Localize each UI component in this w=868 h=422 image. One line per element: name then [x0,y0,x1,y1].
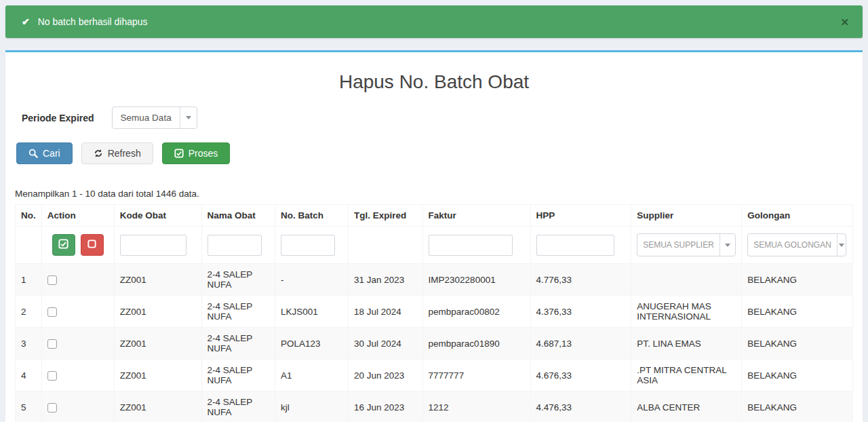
proses-button-label: Proses [189,148,218,159]
cell-hpp: 4.687,13 [530,328,631,360]
cell-tgl-expired: 18 Jul 2024 [348,296,422,328]
table-row: 3 ZZ001 2-4 SALEP NUFA POLA123 30 Jul 20… [16,328,853,360]
chevron-down-icon [837,234,846,256]
cell-no: 1 [16,264,42,296]
cell-nama-obat: 2-4 SALEP NUFA [201,264,275,296]
cell-golongan: BELAKANG [742,264,853,296]
cell-tgl-expired: 30 Jul 2024 [348,328,422,360]
check-square-icon [174,149,184,158]
filter-kode-obat-input[interactable] [120,235,186,256]
cell-nama-obat: 2-4 SALEP NUFA [201,328,275,360]
row-checkbox[interactable] [47,371,57,381]
table-row: 1 ZZ001 2-4 SALEP NUFA - 31 Jan 2023 IMP… [16,264,853,296]
table-row: 2 ZZ001 2-4 SALEP NUFA LKJS001 18 Jul 20… [16,296,853,328]
filter-golongan-select[interactable]: SEMUA GOLONGAN [747,233,846,256]
close-icon[interactable]: ✕ [836,16,853,28]
col-header-nama-obat[interactable]: Nama Obat [201,205,275,227]
cell-action [41,328,114,360]
cell-no: 2 [16,296,42,328]
cell-tgl-expired: 31 Jan 2023 [348,264,422,296]
cell-action [41,360,114,391]
cell-nama-obat: 2-4 SALEP NUFA [201,360,275,391]
periode-expired-select[interactable]: Semua Data [112,107,197,129]
table-row: 4 ZZ001 2-4 SALEP NUFA A1 20 Jun 2023 77… [16,360,853,391]
cell-nama-obat: 2-4 SALEP NUFA [201,296,275,328]
cell-golongan: BELAKANG [742,296,853,328]
cell-golongan: BELAKANG [742,391,853,422]
periode-expired-label: Periode Expired [22,113,94,123]
cell-action [41,391,114,422]
cell-hpp: 4.776,33 [530,264,631,296]
cell-golongan: BELAKANG [742,328,853,360]
filter-row: SEMUA SUPPLIER SEMUA GOLONGAN [16,227,853,264]
cell-no-batch: - [275,264,349,296]
cell-no-batch: LKJS001 [275,296,349,328]
page-title: Hapus No. Batch Obat [9,71,859,93]
proses-button[interactable]: Proses [162,142,231,164]
cell-no: 5 [16,391,42,422]
table-row: 5 ZZ001 2-4 SALEP NUFA kjl 16 Jun 2023 1… [16,391,853,422]
cell-supplier: .PT MITRA CENTRAL ASIA [631,360,742,391]
cell-no-batch: A1 [275,360,349,391]
cari-button[interactable]: Cari [16,142,73,164]
col-header-faktur[interactable]: Faktur [422,205,530,227]
check-square-icon [58,239,68,251]
cell-faktur: 7777777 [422,360,530,391]
result-summary: Menampilkan 1 - 10 data dari total 1446 … [15,189,853,199]
cell-no: 4 [16,360,42,391]
col-header-supplier[interactable]: Supplier [631,205,742,227]
cell-no: 3 [16,328,42,360]
row-checkbox[interactable] [47,403,57,413]
cell-no-batch: POLA123 [275,328,349,360]
search-icon [28,149,38,158]
cell-tgl-expired: 20 Jun 2023 [348,360,422,391]
chevron-down-icon [180,107,197,128]
col-header-hpp[interactable]: HPP [530,205,631,227]
cell-faktur: pembparac01890 [422,328,530,360]
check-all-button[interactable] [52,234,75,256]
uncheck-all-button[interactable] [81,234,104,256]
alert-message: No batch berhasil dihapus [38,16,148,27]
filter-nama-obat-input[interactable] [208,235,262,256]
cell-hpp: 4.476,33 [530,391,631,422]
col-header-tgl-expired[interactable]: Tgl. Expired [348,205,422,227]
row-checkbox[interactable] [47,307,57,317]
batch-table: No. Action Kode Obat Nama Obat No. Batch… [15,204,853,422]
cari-button-label: Cari [43,148,60,159]
row-checkbox[interactable] [47,339,57,349]
cell-faktur: 1212 [422,391,530,422]
filter-golongan-value: SEMUA GOLONGAN [748,234,837,256]
cell-faktur: pembparac00802 [422,296,530,328]
refresh-button[interactable]: Refresh [81,142,153,164]
cell-faktur: IMP2302280001 [422,264,530,296]
filter-supplier-select[interactable]: SEMUA SUPPLIER [637,233,736,256]
col-header-no-batch[interactable]: No. Batch [275,205,349,227]
cell-supplier [631,264,742,296]
cell-hpp: 4.676,33 [530,360,631,391]
cell-kode-obat: ZZ001 [114,328,201,360]
square-outline-icon [87,239,97,251]
toolbar: Cari Refresh Proses [16,142,859,164]
filter-no-batch-input[interactable] [281,235,335,256]
cell-tgl-expired: 16 Jun 2023 [348,391,422,422]
periode-expired-row: Periode Expired Semua Data [22,107,859,129]
cell-no-batch: kjl [275,391,349,422]
periode-expired-value: Semua Data [113,107,180,128]
header-row: No. Action Kode Obat Nama Obat No. Batch… [16,205,853,227]
cell-kode-obat: ZZ001 [114,360,201,391]
col-header-action: Action [41,205,114,227]
filter-faktur-input[interactable] [429,235,513,256]
row-checkbox[interactable] [47,275,57,285]
cell-kode-obat: ZZ001 [114,264,201,296]
cell-supplier: PT. LINA EMAS [631,328,742,360]
col-header-kode-obat[interactable]: Kode Obat [114,205,201,227]
cell-supplier: ALBA CENTER [631,391,742,422]
main-panel: Hapus No. Batch Obat Periode Expired Sem… [5,50,863,422]
cell-action [41,296,114,328]
col-header-golongan[interactable]: Golongan [742,205,853,227]
success-alert: ✔ No batch berhasil dihapus ✕ [5,5,863,38]
cell-nama-obat: 2-4 SALEP NUFA [201,391,275,422]
cell-supplier: ANUGERAH MAS INTERNASIONAL [631,296,742,328]
filter-hpp-input[interactable] [536,235,615,256]
cell-kode-obat: ZZ001 [114,391,201,422]
